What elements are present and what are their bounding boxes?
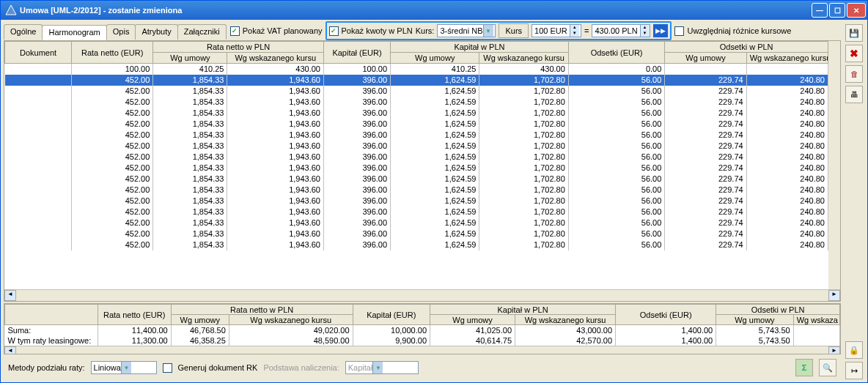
- col-wg-umowy[interactable]: Wg umowy: [665, 53, 746, 64]
- print-button[interactable]: 🖶: [845, 86, 863, 103]
- scroll-right-icon[interactable]: ►: [828, 290, 840, 301]
- metody-label: Metody podziału raty:: [8, 363, 85, 372]
- table-row[interactable]: 452.001,854.331,943.60396.001,624.591,70…: [5, 108, 828, 119]
- app-icon: [5, 4, 17, 16]
- podstawa-label: Podstawa naliczenia:: [263, 363, 339, 372]
- maximize-button[interactable]: ☐: [829, 3, 845, 18]
- col-wg-umowy[interactable]: Wg umowy: [391, 53, 479, 64]
- sum-kpln[interactable]: Kapitał w PLN: [430, 305, 616, 315]
- table-row[interactable]: 452.001,854.331,943.60396.001,624.591,70…: [5, 152, 828, 163]
- kurs-type-combo[interactable]: 3-średni NB▼: [437, 24, 496, 37]
- col-odsetki-pln[interactable]: Odsetki w PLN: [665, 42, 828, 53]
- close-button[interactable]: ✕: [847, 3, 866, 18]
- save-button[interactable]: 💾: [845, 24, 863, 42]
- table-row[interactable]: 452.001,854.331,943.60396.001,624.591,70…: [5, 185, 828, 196]
- horizontal-scrollbar[interactable]: ◄►: [4, 289, 840, 301]
- sum-rnpln[interactable]: Rata netto w PLN: [171, 305, 353, 315]
- delete-button[interactable]: ✖: [845, 45, 863, 62]
- bottom-bar: Metody podziału raty: Liniowa▼ ✓ Generuj…: [4, 356, 841, 379]
- uwzgl-checkbox[interactable]: ✓: [674, 26, 684, 36]
- sum-oeur[interactable]: Odsetki (EUR): [616, 305, 716, 325]
- window-title: Umowa [UML-2/2012] - zostanie zmieniona: [20, 6, 812, 15]
- trash-button[interactable]: 🗑: [845, 65, 863, 83]
- podstawa-combo[interactable]: Kapitał▼: [345, 361, 419, 374]
- metody-combo[interactable]: Liniowa▼: [91, 361, 157, 374]
- kurs-button[interactable]: Kurs: [499, 23, 529, 38]
- pokaz-kwoty-label: Pokaż kwoty w PLN: [342, 26, 413, 35]
- sigma-button[interactable]: Σ: [795, 359, 813, 376]
- col-wg-kursu[interactable]: Wg wskazanego kursu: [227, 53, 324, 64]
- minimize-button[interactable]: —: [812, 3, 828, 18]
- table-row[interactable]: 452.001,854.331,943.60396.001,624.591,70…: [5, 97, 828, 108]
- summary-table[interactable]: Rata netto (EUR) Rata netto w PLN Kapita…: [4, 304, 840, 346]
- col-rata-netto-pln[interactable]: Rata netto w PLN: [153, 42, 324, 53]
- tab-harmonogram[interactable]: Harmonogram: [42, 25, 106, 40]
- table-row[interactable]: 452.001,854.331,943.60396.001,624.591,70…: [5, 228, 828, 239]
- col-dokument[interactable]: Dokument: [5, 42, 72, 64]
- spin-up-icon[interactable]: ▲: [641, 25, 650, 31]
- equals-label: =: [584, 26, 589, 35]
- col-rata-netto-eur[interactable]: Rata netto (EUR): [72, 42, 153, 64]
- col-odsetki-eur[interactable]: Odsetki (EUR): [568, 42, 665, 64]
- table-row[interactable]: 100.00410.25430.00100.00410.25430.000.00: [5, 64, 828, 75]
- scroll-left-icon[interactable]: ◄: [4, 290, 16, 301]
- chevron-down-icon[interactable]: ▼: [372, 362, 383, 373]
- pln-amount-input[interactable]: 430.00 PLN▲▼: [592, 24, 650, 37]
- pokaz-vat-checkbox[interactable]: ✓: [230, 26, 240, 36]
- table-row[interactable]: 452.001,854.331,943.60396.001,624.591,70…: [5, 174, 828, 185]
- table-row[interactable]: 452.001,854.331,943.60396.001,624.591,70…: [5, 75, 828, 86]
- tab-ogólne[interactable]: Ogólne: [4, 24, 43, 40]
- kurs-highlight-box: ✓ Pokaż kwoty w PLN Kurs: 3-średni NB▼ K…: [326, 21, 672, 40]
- col-kapital-pln[interactable]: Kapitał w PLN: [391, 42, 569, 53]
- table-row[interactable]: 452.001,854.331,943.60396.001,624.591,70…: [5, 130, 828, 141]
- col-kapital-eur[interactable]: Kapitał (EUR): [324, 42, 391, 64]
- exit-button[interactable]: ↦: [845, 362, 863, 379]
- sum-opln[interactable]: Odsetki w PLN: [716, 305, 840, 315]
- vertical-scrollbar[interactable]: [828, 41, 840, 289]
- tab-atrybuty[interactable]: Atrybuty: [135, 24, 177, 40]
- chevron-down-icon[interactable]: ▼: [483, 25, 493, 37]
- pokaz-kwoty-checkbox[interactable]: ✓: [329, 26, 339, 36]
- search-button[interactable]: 🔍: [819, 359, 836, 376]
- col-wg-umowy[interactable]: Wg umowy: [153, 53, 227, 64]
- spin-down-icon[interactable]: ▼: [641, 31, 650, 37]
- kurs-label: Kurs:: [416, 26, 435, 35]
- generuj-checkbox[interactable]: ✓: [163, 363, 172, 373]
- sum-keur[interactable]: Kapitał (EUR): [353, 305, 430, 325]
- svg-marker-0: [6, 5, 16, 15]
- table-row[interactable]: 452.001,854.331,943.60396.001,624.591,70…: [5, 239, 828, 250]
- spin-down-icon[interactable]: ▼: [570, 31, 579, 37]
- chevron-down-icon[interactable]: ▼: [121, 362, 131, 373]
- table-row[interactable]: 452.001,854.331,943.60396.001,624.591,70…: [5, 207, 828, 217]
- summary-grid: Rata netto (EUR) Rata netto w PLN Kapita…: [4, 303, 841, 354]
- table-row[interactable]: 452.001,854.331,943.60396.001,624.591,70…: [5, 196, 828, 207]
- side-toolbar: 💾 ✖ 🗑 🖶 🔒 ↦: [844, 23, 864, 379]
- tab-bar: OgólneHarmonogramOpisAtrybutyZałączniki …: [4, 23, 841, 39]
- pokaz-vat-label: Pokaż VAT planowany: [243, 26, 323, 35]
- lock-button[interactable]: 🔒: [845, 341, 863, 359]
- main-grid: Dokument Rata netto (EUR) Rata netto w P…: [4, 40, 841, 302]
- table-row[interactable]: 452.001,854.331,943.60396.001,624.591,70…: [5, 163, 828, 174]
- scroll-right-icon[interactable]: ►: [828, 346, 840, 355]
- eur-amount-input[interactable]: 100 EUR▲▼: [532, 24, 581, 37]
- tab-załączniki[interactable]: Załączniki: [177, 24, 227, 40]
- col-wg-kursu[interactable]: Wg wskazanego kursu: [746, 53, 828, 64]
- summary-row: W tym raty leasingowe:11,300.0046,358.25…: [5, 335, 840, 346]
- sum-rneur[interactable]: Rata netto (EUR): [98, 305, 171, 325]
- spin-up-icon[interactable]: ▲: [570, 25, 579, 31]
- summary-row: Suma:11,400.0046,768.5049,020.0010,000.0…: [5, 325, 840, 335]
- schedule-table[interactable]: Dokument Rata netto (EUR) Rata netto w P…: [4, 41, 828, 250]
- tab-opis[interactable]: Opis: [106, 24, 136, 40]
- table-row[interactable]: 452.001,854.331,943.60396.001,624.591,70…: [5, 217, 828, 228]
- scroll-left-icon[interactable]: ◄: [4, 346, 16, 355]
- uwzgl-label: Uwzględniaj różnice kursowe: [687, 26, 791, 35]
- title-bar: Umowa [UML-2/2012] - zostanie zmieniona …: [1, 1, 867, 20]
- summary-horizontal-scrollbar[interactable]: ◄►: [4, 346, 840, 355]
- generuj-label: Generuj dokument RK: [178, 363, 258, 372]
- table-row[interactable]: 452.001,854.331,943.60396.001,624.591,70…: [5, 119, 828, 130]
- table-row[interactable]: 452.001,854.331,943.60396.001,624.591,70…: [5, 141, 828, 152]
- app-window: Umowa [UML-2/2012] - zostanie zmieniona …: [0, 0, 868, 383]
- next-button[interactable]: ▶▶: [653, 24, 668, 37]
- table-row[interactable]: 452.001,854.331,943.60396.001,624.591,70…: [5, 86, 828, 97]
- col-wg-kursu[interactable]: Wg wskazanego kursu: [479, 53, 568, 64]
